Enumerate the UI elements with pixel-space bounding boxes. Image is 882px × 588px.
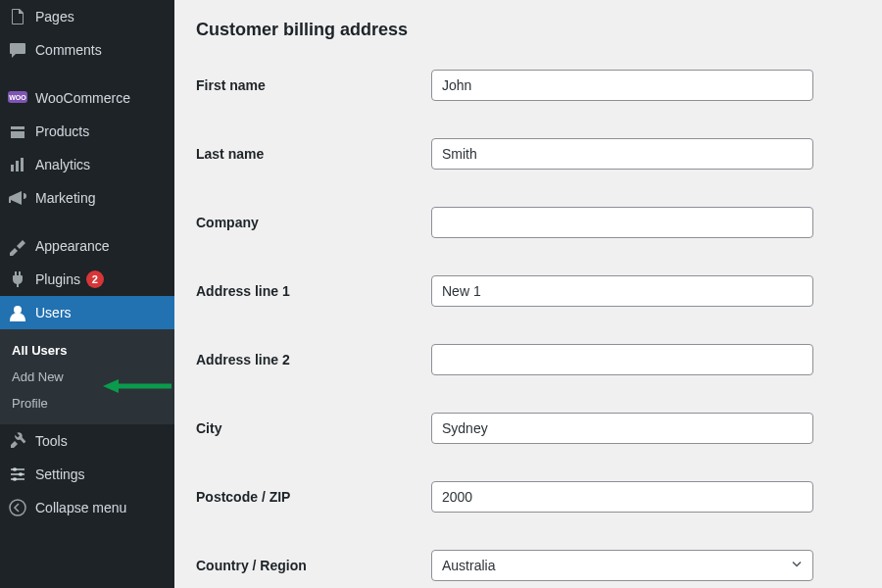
last-name-input[interactable] — [431, 138, 813, 170]
pages-icon — [8, 7, 27, 26]
woocommerce-icon: WOO — [8, 88, 27, 108]
submenu-item-all-users[interactable]: All Users — [0, 337, 174, 364]
country-select[interactable]: Australia — [431, 550, 813, 581]
svg-text:WOO: WOO — [9, 94, 26, 101]
sidebar-item-label: Appearance — [35, 238, 110, 254]
svg-point-5 — [14, 306, 22, 314]
last-name-label: Last name — [196, 146, 431, 162]
appearance-icon — [8, 236, 27, 256]
sidebar-item-pages[interactable]: Pages — [0, 0, 174, 33]
sidebar-item-label: Users — [35, 305, 72, 320]
svg-rect-4 — [21, 158, 24, 172]
analytics-icon — [8, 155, 27, 174]
sidebar-item-label: Plugins — [35, 271, 80, 287]
sidebar-item-label: Tools — [35, 433, 68, 449]
users-submenu: All Users Add New Profile — [0, 329, 174, 424]
sidebar-item-label: Pages — [35, 9, 74, 24]
sidebar-item-tools[interactable]: Tools — [0, 424, 174, 458]
svg-rect-2 — [11, 165, 14, 172]
update-badge: 2 — [86, 270, 104, 288]
field-postcode: Postcode / ZIP — [196, 481, 860, 513]
submenu-item-add-new[interactable]: Add New — [0, 364, 174, 390]
sidebar-item-products[interactable]: Products — [0, 115, 174, 148]
field-address2: Address line 2 — [196, 344, 860, 375]
city-label: City — [196, 420, 431, 436]
plugins-icon — [8, 270, 27, 289]
field-last-name: Last name — [196, 138, 860, 170]
field-first-name: First name — [196, 70, 860, 101]
first-name-input[interactable] — [431, 70, 813, 101]
sidebar-item-appearance[interactable]: Appearance — [0, 229, 174, 263]
address2-input[interactable] — [431, 344, 813, 375]
settings-icon — [8, 465, 27, 484]
address1-input[interactable] — [431, 275, 813, 307]
sidebar-item-label: Comments — [35, 42, 102, 58]
address1-label: Address line 1 — [196, 283, 431, 299]
sidebar-item-comments[interactable]: Comments — [0, 33, 174, 67]
city-input[interactable] — [431, 413, 813, 444]
collapse-menu[interactable]: Collapse menu — [0, 491, 174, 524]
country-label: Country / Region — [196, 558, 431, 573]
svg-point-9 — [13, 467, 17, 471]
field-city: City — [196, 413, 860, 444]
first-name-label: First name — [196, 77, 431, 93]
sidebar-item-marketing[interactable]: Marketing — [0, 181, 174, 215]
field-company: Company — [196, 207, 860, 238]
company-input[interactable] — [431, 207, 813, 238]
sidebar-item-plugins[interactable]: Plugins 2 — [0, 263, 174, 296]
menu-separator — [0, 72, 174, 76]
marketing-icon — [8, 188, 27, 208]
collapse-icon — [8, 498, 27, 517]
country-select-wrap: Australia — [431, 550, 813, 581]
sidebar-item-settings[interactable]: Settings — [0, 458, 174, 491]
sidebar-item-label: Analytics — [35, 157, 90, 172]
users-icon — [8, 303, 27, 322]
comments-icon — [8, 40, 27, 60]
field-country: Country / Region Australia — [196, 550, 860, 581]
postcode-input[interactable] — [431, 481, 813, 513]
collapse-label: Collapse menu — [35, 500, 126, 515]
sidebar-item-label: Marketing — [35, 190, 95, 206]
sidebar-item-users[interactable]: Users — [0, 296, 174, 329]
company-label: Company — [196, 215, 431, 230]
svg-point-11 — [13, 477, 17, 481]
sidebar-item-label: Products — [35, 123, 89, 139]
field-address1: Address line 1 — [196, 275, 860, 307]
section-title: Customer billing address — [196, 20, 860, 40]
sidebar-item-label: WooCommerce — [35, 90, 130, 106]
svg-rect-3 — [16, 161, 19, 172]
main-content: Customer billing address First name Last… — [174, 0, 882, 588]
sidebar-item-analytics[interactable]: Analytics — [0, 148, 174, 181]
sidebar-item-woocommerce[interactable]: WOO WooCommerce — [0, 81, 174, 115]
products-icon — [8, 122, 27, 141]
menu-separator — [0, 220, 174, 224]
address2-label: Address line 2 — [196, 352, 431, 368]
sidebar-item-label: Settings — [35, 466, 85, 482]
admin-sidebar: Pages Comments WOO WooCommerce Products … — [0, 0, 174, 588]
postcode-label: Postcode / ZIP — [196, 489, 431, 505]
svg-point-10 — [19, 472, 23, 476]
submenu-item-profile[interactable]: Profile — [0, 390, 174, 416]
svg-point-12 — [10, 500, 25, 515]
tools-icon — [8, 431, 27, 451]
